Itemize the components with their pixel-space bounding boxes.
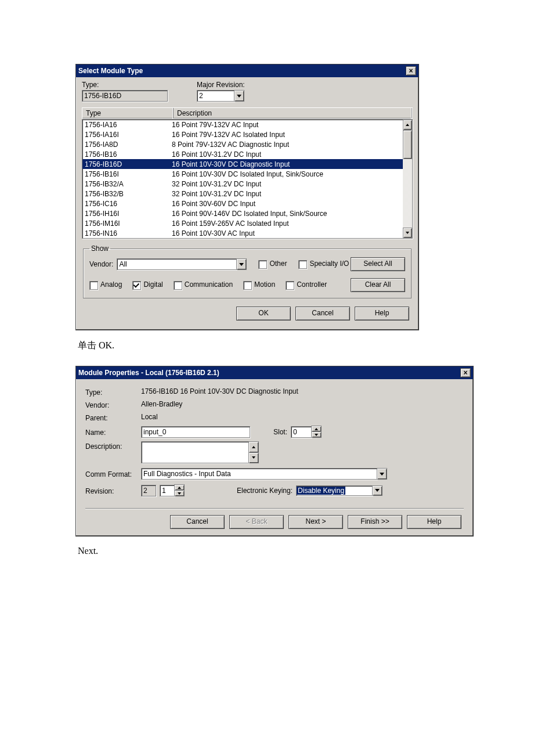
other-label: Other: [269, 260, 287, 268]
list-item-desc: 16 Point 79V-132V AC Isolated Input: [169, 131, 403, 139]
list-item-desc: 32 Point 10V-31.2V DC Input: [169, 190, 403, 198]
scroll-down-icon[interactable]: [403, 228, 412, 238]
controller-checkbox[interactable]: [286, 281, 294, 290]
ok-button[interactable]: OK: [236, 307, 291, 321]
keying-combo[interactable]: Disable Keying: [296, 485, 373, 496]
description-label: Description:: [85, 441, 141, 451]
list-item[interactable]: 1756-IA16I16 Point 79V-132V AC Isolated …: [82, 129, 403, 139]
col-description[interactable]: Description: [174, 108, 412, 118]
description-scroll[interactable]: [248, 441, 259, 463]
list-item[interactable]: 1756-IA1616 Point 79V-132V AC Input: [82, 120, 403, 129]
list-item-desc: 16 Point 10V-30V DC Isolated Input, Sink…: [169, 170, 403, 178]
dropdown-icon[interactable]: [236, 258, 247, 270]
list-item-type: 1756-IA8D: [82, 141, 169, 149]
list-item-type: 1756-IA16: [82, 121, 169, 129]
spin-down-icon[interactable]: [174, 490, 185, 496]
major-revision-field[interactable]: 2: [197, 90, 234, 102]
spin-up-icon[interactable]: [248, 441, 259, 453]
list-item-type: 1756-IB16I: [82, 170, 169, 178]
scroll-thumb[interactable]: [403, 130, 412, 159]
scroll-up-icon[interactable]: [403, 120, 412, 130]
motion-checkbox[interactable]: [243, 281, 252, 290]
list-item-desc: 16 Point 90V-146V DC Isolated Input, Sin…: [169, 210, 403, 218]
list-item[interactable]: 1756-IM16I16 Point 159V-265V AC Isolated…: [82, 218, 403, 228]
type-label: Type:: [82, 81, 99, 89]
list-item[interactable]: 1756-IC1616 Point 30V-60V DC Input: [82, 199, 403, 208]
controller-label: Controller: [297, 280, 327, 289]
vendor-combo[interactable]: All: [117, 258, 237, 270]
digital-checkbox[interactable]: [132, 281, 141, 290]
dropdown-icon[interactable]: [234, 90, 244, 102]
titlebar: Select Module Type ×: [76, 64, 418, 77]
list-item-type: 1756-IH16I: [82, 210, 169, 218]
list-item-type: 1756-IN16: [82, 229, 169, 237]
list-item-type: 1756-IB32/A: [82, 180, 169, 188]
slot-field[interactable]: 0: [291, 426, 312, 438]
help-button[interactable]: Help: [355, 307, 409, 321]
specialty-label: Specialty I/O: [309, 260, 349, 268]
list-item-desc: 16 Point 10V-30V DC Diagnostic Input: [169, 160, 403, 168]
name-field[interactable]: input_0: [141, 426, 250, 438]
name-label: Name:: [85, 427, 141, 437]
type-label: Type:: [85, 387, 141, 397]
list-item-type: 1756-IC16: [82, 200, 169, 208]
close-icon[interactable]: ×: [406, 66, 416, 75]
slot-label: Slot:: [273, 428, 287, 436]
select-all-button[interactable]: Select All: [351, 257, 405, 271]
help-button[interactable]: Help: [407, 515, 461, 529]
col-type[interactable]: Type: [82, 108, 174, 118]
keying-label: Electronic Keying:: [237, 487, 293, 495]
list-item[interactable]: 1756-IB16I16 Point 10V-30V DC Isolated I…: [82, 169, 403, 179]
list-item-type: 1756-IB32/B: [82, 190, 169, 198]
list-item[interactable]: 1756-IB32/B32 Point 10V-31.2V DC Input: [82, 189, 403, 199]
finish-button[interactable]: Finish >>: [348, 515, 402, 529]
dropdown-icon[interactable]: [372, 485, 383, 496]
revision-minor[interactable]: 1: [160, 485, 175, 496]
titlebar: Module Properties - Local (1756-IB16D 2.…: [76, 366, 473, 379]
specialty-checkbox[interactable]: [298, 260, 307, 269]
close-icon[interactable]: ×: [460, 368, 471, 377]
comm-format-label: Comm Format:: [85, 469, 141, 478]
analog-checkbox[interactable]: [89, 281, 98, 290]
caption-click-ok: 单击 OK.: [78, 340, 459, 352]
dropdown-icon[interactable]: [377, 468, 387, 480]
scrollbar[interactable]: [403, 120, 412, 238]
motion-label: Motion: [254, 280, 275, 289]
module-list[interactable]: 1756-IA1616 Point 79V-132V AC Input1756-…: [82, 119, 413, 239]
other-checkbox[interactable]: [258, 260, 267, 269]
comm-format-combo[interactable]: Full Diagnostics - Input Data: [141, 468, 377, 480]
list-item[interactable]: 1756-IA8D8 Point 79V-132V AC Diagnostic …: [82, 139, 403, 149]
slot-spinner[interactable]: [311, 426, 322, 438]
digital-label: Digital: [143, 280, 163, 289]
clear-all-button[interactable]: Clear All: [351, 278, 405, 292]
cancel-button[interactable]: Cancel: [295, 307, 350, 321]
description-field[interactable]: [141, 441, 249, 463]
list-item-type: 1756-IA16I: [82, 131, 169, 139]
parent-label: Parent:: [85, 413, 141, 422]
revision-label: Revision:: [85, 486, 141, 495]
list-item[interactable]: 1756-IN1616 Point 10V-30V AC Input: [82, 228, 403, 238]
list-item[interactable]: 1756-IH16I16 Point 90V-146V DC Isolated …: [82, 208, 403, 218]
dialog-title: Select Module Type: [78, 67, 143, 75]
list-item[interactable]: 1756-IB1616 Point 10V-31.2V DC Input: [82, 149, 403, 159]
parent-value: Local: [141, 413, 158, 421]
next-button[interactable]: Next >: [288, 515, 343, 529]
list-item[interactable]: 1756-IB16D16 Point 10V-30V DC Diagnostic…: [82, 159, 403, 169]
show-legend: Show: [89, 244, 110, 253]
list-item[interactable]: 1756-IB32/A32 Point 10V-31.2V DC Input: [82, 179, 403, 189]
list-item-type: 1756-IB16D: [82, 160, 169, 168]
list-item-desc: 16 Point 10V-30V AC Input: [169, 229, 403, 237]
back-button[interactable]: < Back: [229, 515, 284, 529]
type-value: 1756-IB16D 16 Point 10V-30V DC Diagnosti…: [141, 387, 298, 395]
spin-down-icon[interactable]: [248, 452, 259, 464]
analog-label: Analog: [100, 280, 122, 289]
communication-checkbox[interactable]: [174, 281, 182, 290]
select-module-type-dialog: Select Module Type × Type: 1756-IB16D Ma…: [75, 64, 419, 330]
list-item-desc: 16 Point 30V-60V DC Input: [169, 200, 403, 208]
spin-down-icon[interactable]: [311, 431, 322, 438]
separator: [85, 508, 464, 509]
revision-spinner[interactable]: [174, 484, 185, 496]
caption-next: Next.: [78, 546, 459, 556]
list-item-type: 1756-IB16: [82, 150, 169, 159]
cancel-button[interactable]: Cancel: [170, 515, 225, 529]
